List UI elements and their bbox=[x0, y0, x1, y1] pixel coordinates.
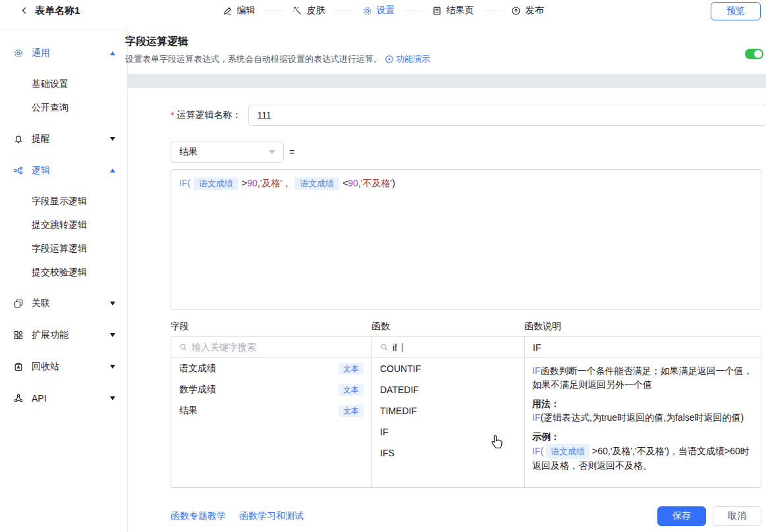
sidebar-group-reminder[interactable]: 提醒 bbox=[0, 123, 127, 155]
expression-editor[interactable]: IF(语文成绩>90,'及格'，语文成绩<90,'不及格') bbox=[171, 169, 761, 310]
field-type-badge: 文本 bbox=[339, 405, 364, 417]
example-label: 示例： bbox=[532, 430, 753, 444]
chevron-up-icon bbox=[110, 169, 115, 173]
result-page-icon bbox=[432, 6, 442, 16]
usage-line: IF(逻辑表达式,为true时返回的值,为false时返回的值) bbox=[532, 411, 753, 425]
field-chip: 语文成绩 bbox=[546, 444, 589, 459]
sidebar-item-field-display-logic[interactable]: 字段显示逻辑 bbox=[0, 190, 127, 213]
field-column-header: 字段 bbox=[171, 321, 371, 332]
sidebar-item-basic-settings[interactable]: 基础设置 bbox=[0, 72, 127, 96]
field-row[interactable]: 结果 文本 bbox=[171, 400, 371, 421]
description-paragraph: IF函数判断一个条件能否满足；如果满足返回一个值，如果不满足则返回另外一个值 bbox=[532, 364, 753, 392]
publish-icon bbox=[511, 6, 521, 16]
select-caret-icon bbox=[269, 150, 275, 154]
field-calc-logic-panel: 字段运算逻辑 设置表单字段运算表达式，系统会自动根据设置的表达式进行运算。 功能… bbox=[127, 29, 766, 532]
nav-divider bbox=[483, 11, 503, 11]
trash-icon bbox=[13, 361, 24, 372]
target-field-select[interactable]: 结果 bbox=[171, 142, 284, 163]
function-column-header: 函数 bbox=[371, 321, 524, 332]
nav-publish[interactable]: 发布 bbox=[511, 5, 544, 16]
function-description-body: IF函数判断一个条件能否满足；如果满足返回一个值，如果不满足则返回另外一个值 用… bbox=[525, 358, 761, 479]
form-title: 表单名称1 bbox=[35, 5, 80, 17]
page-title: 字段运算逻辑 bbox=[125, 35, 766, 49]
logic-icon bbox=[13, 165, 24, 176]
field-row[interactable]: 数学成绩 文本 bbox=[171, 379, 371, 400]
sidebar-item-public-query[interactable]: 公开查询 bbox=[0, 96, 127, 120]
function-row[interactable]: IFS bbox=[372, 442, 524, 464]
edit-icon bbox=[223, 6, 233, 16]
sidebar-item-submit-validate-logic[interactable]: 提交校验逻辑 bbox=[0, 261, 127, 284]
description-column-header: 函数说明 bbox=[524, 321, 761, 332]
expr-string: '不及格' bbox=[361, 178, 392, 188]
expr-string: '及格' bbox=[260, 178, 282, 188]
functions-column: if COUNTIF DATEDIF TIMEDIF IF IFS bbox=[372, 337, 525, 487]
bell-icon bbox=[13, 134, 24, 144]
field-type-badge: 文本 bbox=[339, 384, 364, 396]
field-type-badge: 文本 bbox=[339, 363, 364, 375]
expr-number: 90 bbox=[348, 178, 358, 188]
fields-column: 输入关键字搜索 语文成绩 文本 数学成绩 文本 结果 文本 bbox=[171, 337, 372, 487]
logic-name-label: 运算逻辑名称： bbox=[177, 109, 241, 121]
sidebar-group-general[interactable]: 通用 bbox=[0, 38, 127, 69]
settings-icon bbox=[362, 6, 372, 16]
nav-divider bbox=[334, 11, 354, 11]
chevron-up-icon bbox=[110, 51, 115, 55]
nav-skin[interactable]: 皮肤 bbox=[292, 5, 325, 16]
skin-icon bbox=[292, 6, 302, 16]
play-circle-icon bbox=[385, 55, 394, 64]
relation-icon bbox=[13, 298, 24, 309]
function-tutorial-link[interactable]: 函数专题教学 bbox=[171, 510, 226, 522]
selected-function-name: IF bbox=[525, 337, 761, 358]
sidebar-group-relation[interactable]: 关联 bbox=[0, 288, 127, 319]
function-row[interactable]: DATEDIF bbox=[372, 379, 524, 400]
sidebar-group-api[interactable]: API bbox=[0, 383, 127, 414]
usage-label: 用法： bbox=[532, 397, 753, 411]
sidebar-group-logic[interactable]: 逻辑 bbox=[0, 155, 127, 186]
sidebar-group-recycle-bin[interactable]: 回收站 bbox=[0, 351, 127, 383]
chevron-down-icon bbox=[110, 333, 115, 337]
field-row[interactable]: 语文成绩 文本 bbox=[171, 358, 371, 379]
gear-icon bbox=[13, 48, 24, 59]
nav-divider bbox=[264, 11, 284, 11]
top-bar: 表单名称1 编辑 皮肤 设置 结果页 发布 预览 bbox=[0, 0, 766, 30]
section-divider-band bbox=[128, 74, 766, 88]
field-chip: 语文成绩 bbox=[294, 177, 339, 190]
save-button[interactable]: 保存 bbox=[657, 506, 706, 526]
preview-button[interactable]: 预览 bbox=[711, 2, 761, 20]
sidebar-item-submit-jump-logic[interactable]: 提交跳转逻辑 bbox=[0, 213, 127, 237]
chevron-down-icon bbox=[110, 396, 115, 400]
cancel-button[interactable]: 取消 bbox=[713, 506, 761, 526]
function-learn-test-link[interactable]: 函数学习和测试 bbox=[239, 510, 304, 522]
nav-divider bbox=[404, 11, 424, 11]
chevron-down-icon bbox=[110, 302, 115, 306]
extensions-icon bbox=[13, 330, 24, 340]
sidebar-item-field-calc-logic[interactable]: 字段运算逻辑 bbox=[0, 237, 127, 261]
expr-number: 90 bbox=[247, 178, 258, 188]
function-row[interactable]: COUNTIF bbox=[372, 358, 524, 379]
sidebar-group-extensions[interactable]: 扩展功能 bbox=[0, 319, 127, 351]
field-chip: 语文成绩 bbox=[194, 177, 238, 190]
api-icon bbox=[13, 393, 24, 404]
back-icon[interactable] bbox=[20, 6, 29, 15]
step-nav: 编辑 皮肤 设置 结果页 发布 bbox=[223, 0, 544, 21]
required-asterisk: * bbox=[171, 110, 174, 120]
nav-edit[interactable]: 编辑 bbox=[223, 5, 256, 16]
function-search-input[interactable]: if bbox=[372, 337, 524, 358]
settings-sidebar: 通用 基础设置 公开查询 提醒 逻辑 字段显示逻辑 提交跳转逻辑 字段运算逻辑 … bbox=[0, 30, 127, 532]
picker-table: 输入关键字搜索 语文成绩 文本 数学成绩 文本 结果 文本 bbox=[171, 336, 761, 488]
function-row[interactable]: TIMEDIF bbox=[372, 400, 524, 421]
field-search-input[interactable]: 输入关键字搜索 bbox=[171, 337, 371, 358]
demo-link[interactable]: 功能演示 bbox=[385, 53, 430, 65]
text-cursor bbox=[402, 343, 402, 352]
nav-result-page[interactable]: 结果页 bbox=[432, 5, 474, 16]
chevron-down-icon bbox=[110, 137, 115, 141]
expr-fn: IF( bbox=[179, 178, 190, 188]
search-icon bbox=[380, 343, 389, 352]
example-line: IF(语文成绩>60,'及格','不及格')，当语文成绩>60时返回及格，否则返… bbox=[532, 444, 753, 473]
logic-name-input[interactable]: 111 bbox=[248, 105, 766, 126]
function-description-column: IF IF函数判断一个条件能否满足；如果满足返回一个值，如果不满足则返回另外一个… bbox=[525, 337, 761, 487]
nav-settings[interactable]: 设置 bbox=[362, 5, 395, 16]
logic-enabled-toggle[interactable] bbox=[745, 49, 763, 59]
chevron-down-icon bbox=[110, 365, 115, 369]
function-row[interactable]: IF bbox=[372, 421, 524, 442]
